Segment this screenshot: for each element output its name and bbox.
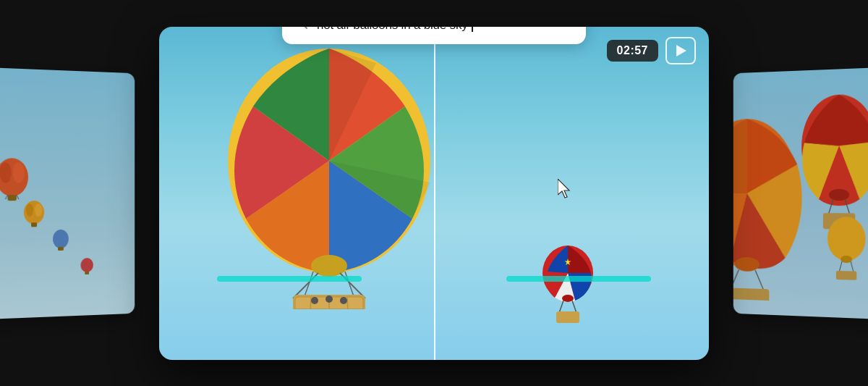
right-balloon-large — [733, 114, 803, 301]
main-balloon-large — [217, 49, 441, 309]
svg-rect-3 — [8, 195, 17, 201]
timestamp-badge: 02:57 — [607, 40, 658, 62]
svg-line-51 — [851, 261, 854, 272]
main-video-card: hot air balloons in a blue sky — [159, 27, 709, 360]
left-balloon-4 — [80, 257, 95, 277]
video-background: 02:57 — [159, 27, 709, 360]
left-balloon-2 — [22, 201, 47, 234]
svg-line-40 — [733, 269, 739, 291]
search-bar[interactable]: hot air balloons in a blue sky — [282, 27, 586, 44]
right-panel-bg — [733, 67, 868, 319]
svg-point-12 — [80, 257, 93, 272]
svg-point-30 — [340, 297, 347, 304]
text-cursor — [472, 27, 473, 33]
svg-line-41 — [755, 270, 764, 292]
svg-line-35 — [572, 301, 576, 313]
progress-bar-left[interactable] — [217, 276, 362, 282]
svg-line-15 — [304, 27, 307, 29]
mouse-cursor — [558, 179, 575, 201]
svg-point-10 — [53, 229, 69, 248]
play-icon — [676, 45, 686, 56]
svg-point-17 — [311, 255, 347, 277]
left-panel-bg — [0, 67, 135, 319]
search-icon — [295, 27, 308, 34]
svg-rect-36 — [556, 311, 579, 323]
svg-rect-11 — [58, 246, 64, 250]
svg-line-34 — [559, 301, 563, 313]
svg-point-48 — [827, 217, 866, 261]
svg-rect-52 — [836, 270, 856, 280]
right-balloon-tiny — [825, 215, 868, 282]
svg-marker-37 — [558, 179, 569, 198]
svg-line-50 — [839, 261, 842, 272]
left-side-panel — [0, 67, 135, 319]
search-query-text: hot air balloons in a blue sky — [317, 27, 473, 33]
small-balloon-right — [539, 244, 597, 324]
scene: hot air balloons in a blue sky — [0, 0, 868, 386]
play-button[interactable] — [665, 37, 696, 64]
svg-rect-42 — [733, 288, 770, 301]
right-side-panel — [733, 67, 868, 319]
left-balloon-3 — [51, 229, 71, 255]
svg-rect-9 — [31, 222, 37, 227]
svg-point-28 — [311, 297, 318, 304]
svg-point-29 — [326, 295, 333, 303]
progress-bar-right[interactable] — [506, 276, 651, 282]
search-text: hot air balloons in a blue sky — [317, 27, 468, 32]
video-divider — [434, 27, 435, 360]
